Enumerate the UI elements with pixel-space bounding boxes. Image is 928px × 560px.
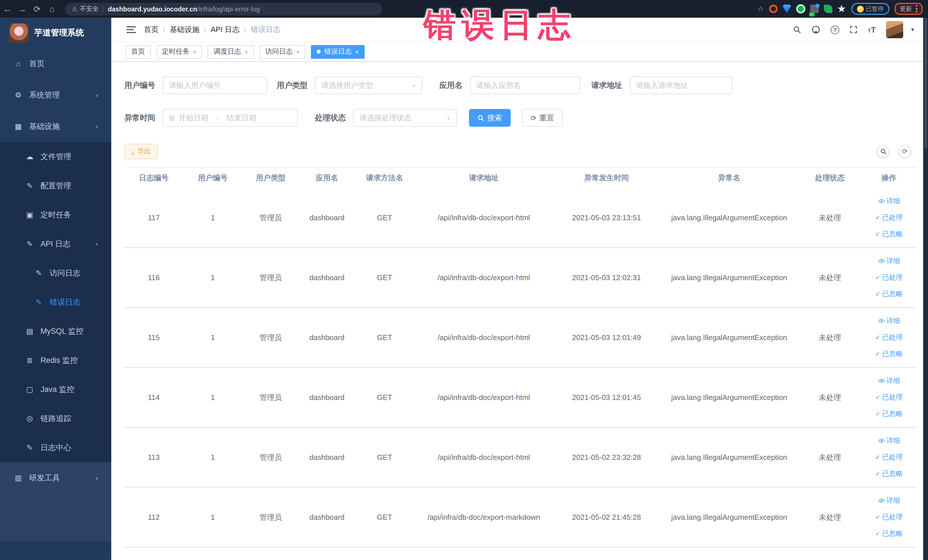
detail-link[interactable]: 详细 <box>878 196 900 206</box>
breadcrumb-item[interactable]: API 日志 <box>211 24 240 35</box>
sidebar-item-日志中心[interactable]: ✎ 日志中心 <box>0 433 111 462</box>
user-id-input[interactable]: 请输入用户编号 <box>163 76 267 94</box>
processed-link[interactable]: ✓ 已处理 <box>875 213 903 223</box>
app-logo-row[interactable]: 芋道管理系统 <box>0 18 111 48</box>
tab-访问日志[interactable]: 访问日志 × <box>259 45 305 58</box>
fullscreen-icon[interactable] <box>850 26 858 34</box>
extension-green-icon[interactable] <box>796 5 805 13</box>
breadcrumb-item[interactable]: 首页 <box>144 24 159 35</box>
ignored-link[interactable]: ✓ 已忽略 <box>875 289 903 299</box>
close-icon[interactable]: × <box>244 48 248 55</box>
page-content: 用户编号 请输入用户编号 用户类型 请选择用户类型 ∨ 应用名 请输入应用名 请… <box>111 76 923 548</box>
sidebar-item-基础设施[interactable]: ▦ 基础设施 ∧ <box>0 111 111 142</box>
sidebar-item-错误日志[interactable]: ✎ 错误日志 <box>0 288 111 317</box>
tab-错误日志[interactable]: 错误日志 × <box>311 45 365 58</box>
bookmark-star-icon[interactable]: ☆ <box>757 5 764 13</box>
processed-link[interactable]: ✓ 已处理 <box>875 512 903 522</box>
help-icon[interactable]: ? <box>831 25 839 34</box>
detail-link[interactable]: 详细 <box>878 496 900 505</box>
sidebar-item-定时任务[interactable]: ▣ 定时任务 <box>0 200 111 229</box>
forward-icon[interactable]: → <box>15 4 30 14</box>
extension-grid-icon[interactable]: on <box>810 5 818 13</box>
detail-link[interactable]: 详细 <box>878 256 900 266</box>
ignored-link[interactable]: ✓ 已忽略 <box>875 469 903 479</box>
cell-request-url: /api/infra/db-doc/export-html <box>414 248 553 307</box>
ignored-link[interactable]: ✓ 已忽略 <box>875 409 903 419</box>
sidebar-item-首页[interactable]: ⌂ 首页 <box>0 48 111 79</box>
detail-link[interactable]: 详细 <box>878 376 900 386</box>
close-icon[interactable]: × <box>355 48 359 55</box>
table-row[interactable]: 117 1 管理员 dashboard GET /api/infra/db-do… <box>124 188 917 248</box>
sidebar-item-Redis 监控[interactable]: ≣ Redis 监控 <box>0 346 111 375</box>
profile-paused-pill[interactable]: 已暂停 <box>851 3 890 15</box>
sidebar-item-研发工具[interactable]: ▥ 研发工具 ∨ <box>0 462 111 493</box>
processed-link[interactable]: ✓ 已处理 <box>875 273 903 282</box>
search-toggle-button[interactable] <box>877 145 890 158</box>
extension-leaf-icon[interactable] <box>824 5 832 13</box>
process-status-select[interactable]: 请选择处理状态 ∨ <box>353 109 457 127</box>
cell-exception-name: java.lang.IllegalArgumentException <box>659 308 799 367</box>
tab-调度日志[interactable]: 调度日志 × <box>208 45 254 58</box>
processed-link[interactable]: ✓ 已处理 <box>875 333 903 342</box>
processed-link[interactable]: ✓ 已处理 <box>875 452 903 462</box>
processed-link[interactable]: ✓ 已处理 <box>875 392 903 402</box>
detail-link[interactable]: 详细 <box>878 316 900 326</box>
gear-icon: ⚙ <box>14 91 23 99</box>
github-icon[interactable] <box>811 25 820 34</box>
ignored-link[interactable]: ✓ 已忽略 <box>875 229 903 239</box>
sidebar-item-访问日志[interactable]: ✎ 访问日志 <box>0 258 111 288</box>
table-row[interactable]: 113 1 管理员 dashboard GET /api/infra/db-do… <box>124 428 917 488</box>
tab-首页[interactable]: 首页 <box>125 45 151 58</box>
request-url-input[interactable]: 请输入请求地址 <box>630 76 732 94</box>
user-menu-caret-icon[interactable]: ▼ <box>910 27 915 32</box>
sidebar-item-label: API 日志 <box>41 239 70 249</box>
browser-update-button[interactable]: 更新 <box>894 3 923 15</box>
check-icon: ✓ <box>875 453 881 461</box>
reset-button[interactable]: ⟳ 重置 <box>522 109 563 127</box>
ignored-link[interactable]: ✓ 已忽略 <box>875 529 903 539</box>
home-icon[interactable]: ⌂ <box>44 4 60 14</box>
sidebar-item-系统管理[interactable]: ⚙ 系统管理 ∨ <box>0 79 111 111</box>
error-log-table: 日志编号用户编号用户类型应用名请求方法名请求地址异常发生时间异常名处理状态操作 … <box>124 167 917 548</box>
refresh-table-button[interactable]: ⟳ <box>899 145 911 158</box>
extension-shield-icon[interactable] <box>783 5 791 13</box>
sidebar-item-文件管理[interactable]: ☁ 文件管理 <box>0 142 111 171</box>
sidebar-item-链路追踪[interactable]: ◎ 链路追踪 <box>0 404 111 433</box>
export-button[interactable]: ↓ 导出 <box>124 144 158 159</box>
app-name-input[interactable]: 请输入应用名 <box>470 76 580 94</box>
back-icon[interactable]: ← <box>0 4 15 14</box>
breadcrumb-item[interactable]: 基础设施 <box>170 24 199 35</box>
address-bar[interactable]: ⚠ 不安全 dashboard.yudao.iocoder.cn /infra/… <box>65 3 382 15</box>
reload-icon[interactable]: ⟳ <box>30 4 44 14</box>
extension-puzzle-icon[interactable] <box>837 5 846 13</box>
ignored-link[interactable]: ✓ 已忽略 <box>875 349 903 359</box>
sidebar-item-配置管理[interactable]: ✎ 配置管理 <box>0 171 111 200</box>
cell-exception-time: 2021-05-03 12:01:49 <box>553 308 659 367</box>
sidebar-collapse-icon[interactable] <box>127 26 136 33</box>
close-icon[interactable]: × <box>296 48 300 55</box>
cell-operations: 详细 ✓ 已处理 ✓ 已忽略 <box>861 308 917 367</box>
tab-定时任务[interactable]: 定时任务 × <box>156 45 202 58</box>
processed-link-label: 已处理 <box>882 213 903 223</box>
sidebar-item-Java 监控[interactable]: ▢ Java 监控 <box>0 375 111 404</box>
sidebar-item-MySQL 监控[interactable]: ▤ MySQL 监控 <box>0 317 111 346</box>
detail-link[interactable]: 详细 <box>878 436 900 446</box>
browser-menu-icon[interactable] <box>916 5 917 12</box>
search-button[interactable]: 搜索 <box>469 109 511 127</box>
table-row[interactable]: 112 1 管理员 dashboard GET /api/infra/db-do… <box>124 488 917 548</box>
font-size-icon[interactable]: TT <box>868 25 876 34</box>
search-icon[interactable] <box>793 26 801 34</box>
window-scrollbar[interactable] <box>923 18 928 560</box>
table-row[interactable]: 114 1 管理员 dashboard GET /api/infra/db-do… <box>124 368 917 428</box>
close-icon[interactable]: × <box>193 48 197 55</box>
user-type-select[interactable]: 请选择用户类型 ∨ <box>315 76 422 94</box>
table-row[interactable]: 116 1 管理员 dashboard GET /api/infra/db-do… <box>124 248 917 308</box>
user-avatar[interactable] <box>886 21 903 38</box>
table-row[interactable]: 115 1 管理员 dashboard GET /api/infra/db-do… <box>124 308 917 368</box>
cell-operations: 详细 ✓ 已处理 ✓ 已忽略 <box>861 428 917 487</box>
cell-request-url: /api/infra/db-doc/export-html <box>414 308 553 367</box>
sidebar-item-API 日志[interactable]: ✎ API 日志 ∧ <box>0 229 111 258</box>
scrollbar-thumb[interactable] <box>924 18 927 149</box>
extension-orange-icon[interactable] <box>769 5 777 13</box>
date-range-input[interactable]: ⊞ 开始日期 - 结束日期 <box>163 109 298 127</box>
